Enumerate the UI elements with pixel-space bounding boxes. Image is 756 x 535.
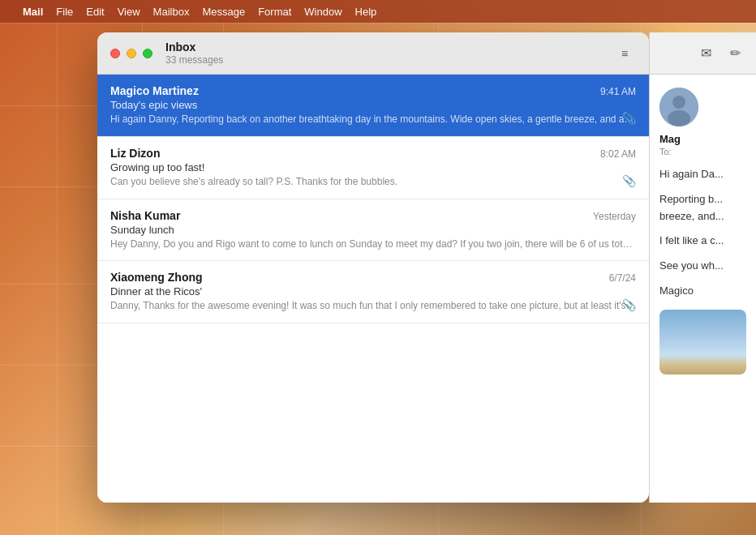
sender-name: Xiaomeng Zhong bbox=[110, 271, 203, 284]
message-header: Nisha Kumar Yesterday bbox=[110, 209, 636, 222]
minimize-button[interactable] bbox=[127, 49, 136, 58]
message-header: Xiaomeng Zhong 6/7/24 bbox=[110, 271, 636, 284]
message-header: Magico Martinez 9:41 AM bbox=[110, 84, 636, 97]
window-title: Inbox bbox=[165, 41, 613, 54]
detail-photo bbox=[659, 310, 746, 374]
background-vertical-line bbox=[57, 0, 58, 535]
message-preview: Danny, Thanks for the awesome evening! I… bbox=[110, 299, 636, 313]
detail-body: Hi again Da... Reporting b...breeze, and… bbox=[659, 166, 746, 300]
reply-button[interactable]: ✉ bbox=[694, 42, 717, 65]
attachment-icon: 📎 bbox=[622, 112, 636, 125]
compose-button[interactable]: ✏ bbox=[724, 42, 746, 65]
message-item[interactable]: Magico Martinez 9:41 AM Today's epic vie… bbox=[97, 75, 649, 137]
attachment-icon: 📎 bbox=[622, 298, 636, 311]
mail-window: Inbox 33 messages ≡ Magico Martinez 9:41… bbox=[97, 32, 649, 503]
message-subject: Growing up too fast! bbox=[110, 161, 636, 173]
detail-toolbar: ✉ ✏ bbox=[650, 32, 756, 75]
attachment-icon: 📎 bbox=[622, 174, 636, 187]
title-bar: Inbox 33 messages ≡ bbox=[97, 32, 649, 75]
menubar-item-window[interactable]: Window bbox=[298, 4, 348, 19]
sender-name: Magico Martinez bbox=[110, 84, 199, 97]
sender-name: Nisha Kumar bbox=[110, 209, 180, 222]
svg-point-2 bbox=[668, 110, 690, 126]
message-item[interactable]: Nisha Kumar Yesterday Sunday lunch Hey D… bbox=[97, 199, 649, 262]
filter-button[interactable]: ≡ bbox=[613, 42, 636, 65]
message-list[interactable]: Magico Martinez 9:41 AM Today's epic vie… bbox=[97, 75, 649, 503]
svg-point-1 bbox=[672, 96, 685, 109]
menubar-item-mailbox[interactable]: Mailbox bbox=[147, 4, 196, 19]
message-count: 33 messages bbox=[165, 54, 613, 66]
message-subject: Dinner at the Ricos' bbox=[110, 285, 636, 297]
detail-to-line: To: bbox=[659, 147, 746, 156]
message-subject: Today's epic views bbox=[110, 99, 636, 111]
message-preview: Can you believe she's already so tall? P… bbox=[110, 175, 636, 189]
menubar-item-help[interactable]: Help bbox=[349, 4, 384, 19]
close-button[interactable] bbox=[110, 49, 120, 58]
detail-sender-name: Mag bbox=[659, 133, 746, 145]
menubar-item-edit[interactable]: Edit bbox=[79, 4, 110, 19]
menubar-item-mail[interactable]: Mail bbox=[16, 4, 49, 19]
title-bar-actions: ≡ bbox=[613, 42, 636, 65]
window-title-info: Inbox 33 messages bbox=[165, 41, 613, 66]
menubar: Mail File Edit View Mailbox Message Form… bbox=[0, 0, 756, 23]
menubar-item-format[interactable]: Format bbox=[251, 4, 298, 19]
message-item[interactable]: Xiaomeng Zhong 6/7/24 Dinner at the Rico… bbox=[97, 261, 649, 323]
sender-avatar bbox=[659, 88, 698, 126]
detail-content: Mag To: Hi again Da... Reporting b...bre… bbox=[650, 75, 756, 503]
message-time: 6/7/24 bbox=[609, 272, 636, 284]
sender-name: Liz Dizon bbox=[110, 147, 160, 160]
menubar-item-message[interactable]: Message bbox=[195, 4, 251, 19]
menubar-item-file[interactable]: File bbox=[49, 4, 79, 19]
message-subject: Sunday lunch bbox=[110, 224, 636, 236]
menubar-item-view[interactable]: View bbox=[111, 4, 147, 19]
message-preview: Hi again Danny, Reporting back on anothe… bbox=[110, 113, 636, 126]
background-horizontal-line bbox=[0, 23, 756, 24]
maximize-button[interactable] bbox=[143, 49, 152, 58]
traffic-lights bbox=[110, 49, 152, 58]
message-time: 9:41 AM bbox=[600, 86, 636, 97]
message-header: Liz Dizon 8:02 AM bbox=[110, 147, 636, 160]
detail-panel: ✉ ✏ Mag To: Hi again Da... Reporting b..… bbox=[649, 32, 756, 503]
message-preview: Hey Danny, Do you and Rigo want to come … bbox=[110, 238, 636, 251]
message-time: 8:02 AM bbox=[600, 148, 636, 160]
message-time: Yesterday bbox=[593, 211, 636, 222]
message-item[interactable]: Liz Dizon 8:02 AM Growing up too fast! C… bbox=[97, 137, 649, 199]
